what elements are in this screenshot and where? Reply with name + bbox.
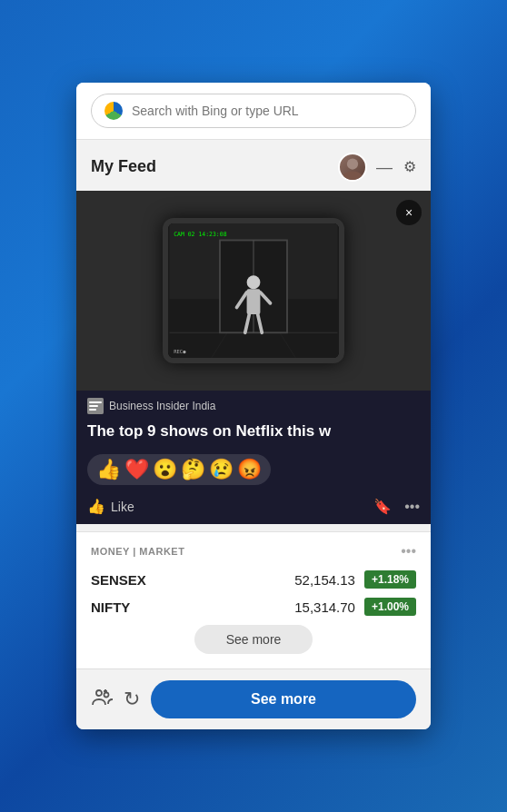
market-header: MONEY | MARKET ••• [91, 543, 416, 559]
svg-rect-10 [247, 289, 261, 314]
feed-title: My Feed [91, 157, 338, 176]
like-icon: 👍 [87, 498, 105, 515]
feed-header: My Feed — ⚙ [76, 140, 431, 191]
tv-screen: CAM 02 14:23:08 REC● [168, 223, 339, 358]
svg-rect-18 [89, 401, 102, 403]
people-icon[interactable] [91, 687, 113, 713]
svg-point-0 [347, 158, 358, 169]
market-card: MONEY | MARKET ••• SENSEX 52,154.13 +1.1… [76, 531, 431, 668]
reaction-thumbsup[interactable]: 👍 [96, 458, 121, 481]
close-button[interactable]: × [396, 200, 422, 225]
search-input[interactable] [132, 104, 403, 118]
news-title: The top 9 shows on Netflix this w [76, 418, 431, 449]
more-button[interactable]: ••• [404, 499, 420, 515]
nifty-name: NIFTY [91, 599, 294, 615]
action-bar: 👍 Like 🔖 ••• [76, 492, 431, 524]
nifty-value: 15,314.70 [294, 599, 355, 615]
market-label: MONEY | MARKET [91, 546, 401, 557]
like-label: Like [111, 500, 134, 514]
see-more-large-button[interactable]: See more [151, 680, 416, 718]
minimize-button[interactable]: — [376, 159, 393, 175]
browser-window: My Feed — ⚙ [76, 83, 431, 729]
nifty-change: +1.00% [364, 598, 416, 616]
settings-icon[interactable]: ⚙ [403, 158, 416, 175]
svg-rect-20 [89, 409, 96, 411]
svg-point-1 [343, 171, 363, 180]
news-source-badge: Business Insider India [76, 391, 431, 418]
reaction-thinking[interactable]: 🤔 [181, 458, 205, 481]
svg-rect-19 [89, 405, 98, 407]
source-icon [87, 398, 104, 414]
bookmark-button[interactable]: 🔖 [373, 498, 392, 515]
news-image: CAM 02 14:23:08 REC● × [76, 191, 431, 391]
market-more-button[interactable]: ••• [401, 543, 416, 559]
avatar[interactable] [338, 153, 367, 182]
reaction-angry[interactable]: 😡 [237, 458, 262, 481]
table-row: NIFTY 15,314.70 +1.00% [91, 598, 416, 616]
sensex-change: +1.18% [364, 570, 416, 589]
refresh-icon[interactable]: ↻ [124, 688, 140, 711]
svg-text:REC●: REC● [174, 349, 186, 354]
reaction-pill: 👍 ❤️ 😮 🤔 😢 😡 [87, 454, 271, 485]
svg-point-9 [247, 275, 261, 289]
svg-text:CAM 02  14:23:08: CAM 02 14:23:08 [174, 231, 227, 238]
svg-point-22 [104, 692, 109, 697]
search-bar-area [76, 83, 431, 140]
bottom-bar: ↻ See more [76, 668, 431, 729]
news-card: CAM 02 14:23:08 REC● × Business Insider … [76, 191, 431, 524]
reaction-wow[interactable]: 😮 [153, 458, 177, 481]
sensex-name: SENSEX [91, 572, 294, 588]
market-see-more-button[interactable]: See more [194, 625, 313, 654]
sensex-value: 52,154.13 [294, 572, 355, 588]
reaction-sad[interactable]: 😢 [209, 458, 234, 481]
reaction-bar: 👍 ❤️ 😮 🤔 😢 😡 [76, 449, 431, 492]
tv-frame: CAM 02 14:23:08 REC● [163, 218, 344, 363]
edge-icon [104, 102, 123, 120]
svg-point-21 [96, 690, 102, 696]
table-row: SENSEX 52,154.13 +1.18% [91, 570, 416, 589]
search-bar[interactable] [91, 94, 416, 128]
reaction-heart[interactable]: ❤️ [124, 458, 149, 481]
like-button[interactable]: 👍 Like [87, 498, 134, 515]
source-name: Business Insider India [109, 400, 215, 412]
